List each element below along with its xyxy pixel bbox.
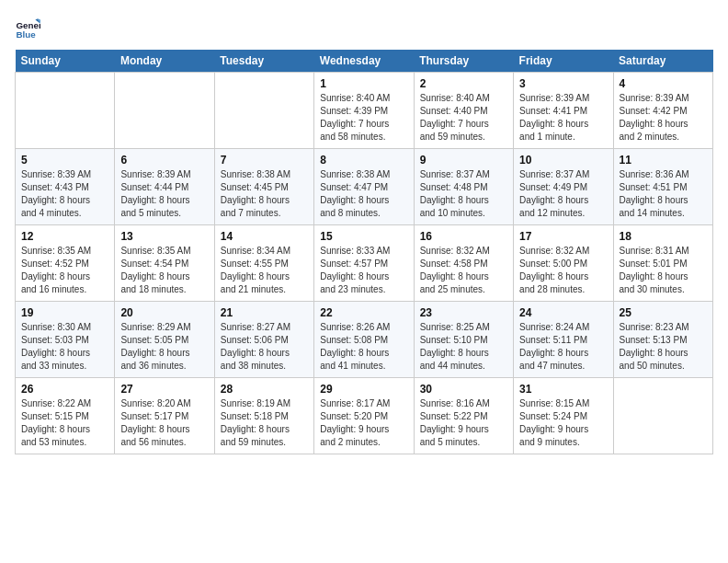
calendar-cell: 27Sunrise: 8:20 AM Sunset: 5:17 PM Dayli… <box>115 378 214 454</box>
day-number: 8 <box>320 154 407 167</box>
calendar-cell: 5Sunrise: 8:39 AM Sunset: 4:43 PM Daylig… <box>16 149 115 225</box>
day-info: Sunrise: 8:16 AM Sunset: 5:22 PM Dayligh… <box>420 397 507 449</box>
day-info: Sunrise: 8:15 AM Sunset: 5:24 PM Dayligh… <box>519 397 607 449</box>
calendar-cell: 9Sunrise: 8:37 AM Sunset: 4:48 PM Daylig… <box>414 149 513 225</box>
day-number: 31 <box>519 383 607 396</box>
day-number: 2 <box>420 77 507 90</box>
day-info: Sunrise: 8:30 AM Sunset: 5:03 PM Dayligh… <box>21 321 108 373</box>
calendar-cell: 3Sunrise: 8:39 AM Sunset: 4:41 PM Daylig… <box>514 73 613 149</box>
day-info: Sunrise: 8:39 AM Sunset: 4:44 PM Dayligh… <box>120 168 208 220</box>
calendar-cell: 6Sunrise: 8:39 AM Sunset: 4:44 PM Daylig… <box>115 149 214 225</box>
day-number: 12 <box>21 230 108 243</box>
day-info: Sunrise: 8:38 AM Sunset: 4:47 PM Dayligh… <box>320 168 407 220</box>
calendar-cell: 25Sunrise: 8:23 AM Sunset: 5:13 PM Dayli… <box>613 302 712 378</box>
day-number: 15 <box>320 230 407 243</box>
day-number: 24 <box>519 306 607 319</box>
day-info: Sunrise: 8:23 AM Sunset: 5:13 PM Dayligh… <box>620 321 707 373</box>
logo-icon: General Blue <box>15 15 40 40</box>
day-info: Sunrise: 8:39 AM Sunset: 4:42 PM Dayligh… <box>620 92 707 144</box>
day-number: 13 <box>120 230 208 243</box>
day-number: 10 <box>519 154 607 167</box>
day-number: 4 <box>620 77 707 90</box>
calendar-cell: 7Sunrise: 8:38 AM Sunset: 4:45 PM Daylig… <box>214 149 313 225</box>
calendar-cell: 16Sunrise: 8:32 AM Sunset: 4:58 PM Dayli… <box>414 225 513 302</box>
week-row-4: 19Sunrise: 8:30 AM Sunset: 5:03 PM Dayli… <box>16 302 713 378</box>
day-number: 9 <box>420 154 507 167</box>
calendar-cell: 17Sunrise: 8:32 AM Sunset: 5:00 PM Dayli… <box>514 225 613 302</box>
day-info: Sunrise: 8:22 AM Sunset: 5:15 PM Dayligh… <box>21 397 108 449</box>
day-info: Sunrise: 8:24 AM Sunset: 5:11 PM Dayligh… <box>519 321 607 373</box>
day-number: 22 <box>320 306 407 319</box>
calendar-cell: 15Sunrise: 8:33 AM Sunset: 4:57 PM Dayli… <box>314 225 414 302</box>
calendar-cell: 10Sunrise: 8:37 AM Sunset: 4:49 PM Dayli… <box>514 149 613 225</box>
day-number: 17 <box>519 230 607 243</box>
day-number: 18 <box>620 230 707 243</box>
day-info: Sunrise: 8:19 AM Sunset: 5:18 PM Dayligh… <box>221 397 308 449</box>
day-number: 25 <box>620 306 707 319</box>
calendar-cell <box>613 378 712 454</box>
day-number: 3 <box>519 77 607 90</box>
calendar-cell: 21Sunrise: 8:27 AM Sunset: 5:06 PM Dayli… <box>214 302 313 378</box>
day-number: 5 <box>21 154 108 167</box>
calendar-cell: 22Sunrise: 8:26 AM Sunset: 5:08 PM Dayli… <box>314 302 414 378</box>
day-number: 23 <box>420 306 507 319</box>
day-number: 28 <box>221 383 308 396</box>
day-info: Sunrise: 8:17 AM Sunset: 5:20 PM Dayligh… <box>320 397 407 449</box>
week-row-3: 12Sunrise: 8:35 AM Sunset: 4:52 PM Dayli… <box>16 225 713 302</box>
day-info: Sunrise: 8:33 AM Sunset: 4:57 PM Dayligh… <box>320 245 407 296</box>
calendar-cell: 26Sunrise: 8:22 AM Sunset: 5:15 PM Dayli… <box>16 378 115 454</box>
calendar-cell: 19Sunrise: 8:30 AM Sunset: 5:03 PM Dayli… <box>16 302 115 378</box>
calendar-cell: 12Sunrise: 8:35 AM Sunset: 4:52 PM Dayli… <box>16 225 115 302</box>
calendar-cell: 29Sunrise: 8:17 AM Sunset: 5:20 PM Dayli… <box>314 378 414 454</box>
calendar-cell: 24Sunrise: 8:24 AM Sunset: 5:11 PM Dayli… <box>514 302 613 378</box>
day-info: Sunrise: 8:38 AM Sunset: 4:45 PM Dayligh… <box>221 168 308 220</box>
day-info: Sunrise: 8:32 AM Sunset: 5:00 PM Dayligh… <box>519 245 607 296</box>
day-info: Sunrise: 8:40 AM Sunset: 4:39 PM Dayligh… <box>320 92 407 144</box>
calendar-cell <box>115 73 214 149</box>
day-number: 26 <box>21 383 108 396</box>
calendar-cell: 14Sunrise: 8:34 AM Sunset: 4:55 PM Dayli… <box>214 225 313 302</box>
day-info: Sunrise: 8:34 AM Sunset: 4:55 PM Dayligh… <box>221 245 308 296</box>
day-info: Sunrise: 8:26 AM Sunset: 5:08 PM Dayligh… <box>320 321 407 373</box>
column-header-tuesday: Tuesday <box>214 50 313 73</box>
calendar-header: SundayMondayTuesdayWednesdayThursdayFrid… <box>16 50 713 73</box>
day-info: Sunrise: 8:27 AM Sunset: 5:06 PM Dayligh… <box>221 321 308 373</box>
day-number: 7 <box>221 154 308 167</box>
column-header-thursday: Thursday <box>414 50 513 73</box>
calendar-cell: 2Sunrise: 8:40 AM Sunset: 4:40 PM Daylig… <box>414 73 513 149</box>
day-info: Sunrise: 8:32 AM Sunset: 4:58 PM Dayligh… <box>420 245 507 296</box>
week-row-5: 26Sunrise: 8:22 AM Sunset: 5:15 PM Dayli… <box>16 378 713 454</box>
day-number: 6 <box>120 154 208 167</box>
day-number: 30 <box>420 383 507 396</box>
day-info: Sunrise: 8:37 AM Sunset: 4:48 PM Dayligh… <box>420 168 507 220</box>
day-number: 29 <box>320 383 407 396</box>
day-info: Sunrise: 8:20 AM Sunset: 5:17 PM Dayligh… <box>120 397 208 449</box>
day-info: Sunrise: 8:35 AM Sunset: 4:54 PM Dayligh… <box>120 245 208 296</box>
day-number: 27 <box>120 383 208 396</box>
calendar-cell: 20Sunrise: 8:29 AM Sunset: 5:05 PM Dayli… <box>115 302 214 378</box>
day-number: 16 <box>420 230 507 243</box>
column-header-saturday: Saturday <box>613 50 712 73</box>
calendar-table: SundayMondayTuesdayWednesdayThursdayFrid… <box>15 50 713 454</box>
day-info: Sunrise: 8:31 AM Sunset: 5:01 PM Dayligh… <box>620 245 707 296</box>
day-info: Sunrise: 8:25 AM Sunset: 5:10 PM Dayligh… <box>420 321 507 373</box>
calendar-cell <box>214 73 313 149</box>
calendar-cell: 30Sunrise: 8:16 AM Sunset: 5:22 PM Dayli… <box>414 378 513 454</box>
day-info: Sunrise: 8:29 AM Sunset: 5:05 PM Dayligh… <box>120 321 208 373</box>
day-info: Sunrise: 8:35 AM Sunset: 4:52 PM Dayligh… <box>21 245 108 296</box>
calendar-cell: 28Sunrise: 8:19 AM Sunset: 5:18 PM Dayli… <box>214 378 313 454</box>
day-number: 1 <box>320 77 407 90</box>
calendar-cell: 31Sunrise: 8:15 AM Sunset: 5:24 PM Dayli… <box>514 378 613 454</box>
day-info: Sunrise: 8:36 AM Sunset: 4:51 PM Dayligh… <box>620 168 707 220</box>
calendar-cell: 4Sunrise: 8:39 AM Sunset: 4:42 PM Daylig… <box>613 73 712 149</box>
column-header-sunday: Sunday <box>16 50 115 73</box>
day-number: 11 <box>620 154 707 167</box>
page-header: General Blue <box>15 15 713 40</box>
calendar-cell: 23Sunrise: 8:25 AM Sunset: 5:10 PM Dayli… <box>414 302 513 378</box>
calendar-cell: 8Sunrise: 8:38 AM Sunset: 4:47 PM Daylig… <box>314 149 414 225</box>
calendar-cell: 18Sunrise: 8:31 AM Sunset: 5:01 PM Dayli… <box>613 225 712 302</box>
day-info: Sunrise: 8:39 AM Sunset: 4:43 PM Dayligh… <box>21 168 108 220</box>
week-row-1: 1Sunrise: 8:40 AM Sunset: 4:39 PM Daylig… <box>16 73 713 149</box>
week-row-2: 5Sunrise: 8:39 AM Sunset: 4:43 PM Daylig… <box>16 149 713 225</box>
svg-text:Blue: Blue <box>16 29 36 40</box>
